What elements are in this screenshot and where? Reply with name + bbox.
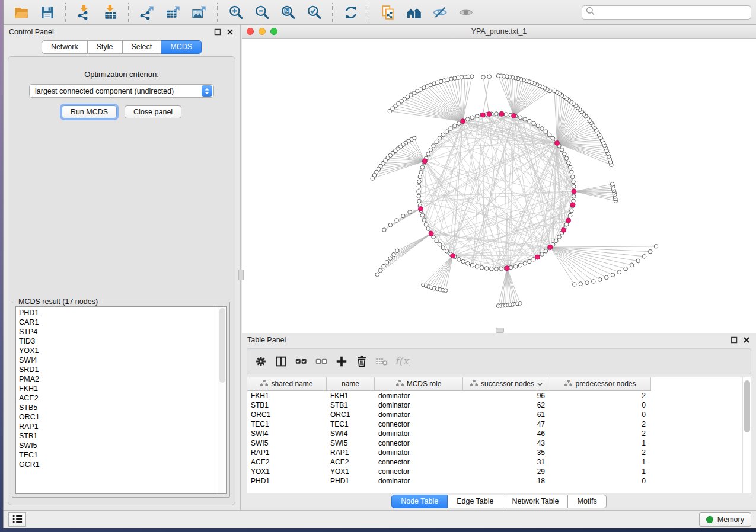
tab-network[interactable]: Network [42, 40, 88, 54]
table-row[interactable]: RAP1RAP1dominator352 [247, 448, 742, 457]
search-input[interactable] [598, 8, 747, 17]
tab-edge-table[interactable]: Edge Table [448, 495, 503, 508]
float-panel-icon[interactable] [213, 28, 222, 36]
delete-column-icon[interactable] [352, 351, 372, 371]
list-item[interactable]: SRD1 [16, 365, 218, 374]
cell-mcds_role: connector [375, 467, 463, 476]
list-item[interactable]: TID3 [16, 336, 218, 346]
list-item[interactable]: GCR1 [16, 460, 218, 469]
zoom-selected-icon[interactable] [304, 2, 325, 23]
table-row[interactable]: ACE2ACE2connector311 [247, 457, 742, 467]
column-header-successor-nodes[interactable]: successor nodes [463, 377, 550, 390]
column-label: MCDS role [407, 380, 442, 388]
vertical-splitter-handle[interactable] [238, 270, 244, 280]
optimization-criterion-label: Optimization criterion: [8, 70, 235, 79]
tab-mcds[interactable]: MCDS [161, 40, 202, 54]
list-item[interactable]: STB1 [16, 431, 218, 441]
log-console-button[interactable] [8, 512, 26, 527]
criterion-dropdown[interactable]: largest connected component (undirected) [29, 84, 214, 98]
table-row[interactable]: ORC1ORC1dominator610 [247, 410, 742, 419]
table-row[interactable]: FKH1FKH1dominator962 [247, 391, 742, 400]
show-all-icon[interactable] [455, 2, 477, 23]
cell-successor_nodes: 47 [463, 420, 550, 428]
list-item[interactable]: SWI5 [16, 441, 218, 450]
run-mcds-button[interactable]: Run MCDS [62, 105, 117, 118]
float-table-panel-icon[interactable] [730, 336, 738, 344]
import-network-icon[interactable] [74, 2, 95, 23]
list-menu-icon [11, 514, 23, 526]
table-row[interactable]: SWI5SWI5connector431 [247, 438, 742, 448]
table-row[interactable]: SWI4SWI4dominator462 [247, 429, 742, 438]
horizontal-splitter-handle[interactable] [496, 328, 504, 333]
memory-button[interactable]: Memory [699, 512, 751, 527]
zoom-out-icon[interactable] [251, 2, 273, 23]
column-label: predecessor nodes [575, 380, 636, 388]
import-table-icon[interactable] [100, 2, 121, 23]
list-item[interactable]: SWI4 [16, 355, 218, 365]
table-scrollbar[interactable] [742, 377, 751, 493]
duplicate-network-icon[interactable] [377, 2, 398, 23]
column-header-shared-name[interactable]: shared name [247, 377, 327, 390]
list-item[interactable]: YOX1 [16, 346, 218, 355]
list-item[interactable]: RAP1 [16, 422, 218, 431]
cell-successor_nodes: 35 [463, 448, 550, 457]
select-all-icon[interactable] [291, 351, 311, 371]
settings-gear-icon[interactable] [251, 351, 271, 371]
open-session-icon[interactable] [11, 2, 32, 23]
zoom-in-icon[interactable] [225, 2, 247, 23]
table-row[interactable]: TEC1TEC1connector472 [247, 419, 742, 429]
first-neighbors-icon[interactable] [403, 2, 425, 23]
export-image-icon[interactable] [189, 2, 210, 23]
network-canvas[interactable] [242, 39, 756, 333]
criterion-value: largest connected component (undirected) [35, 87, 202, 95]
main-toolbar [4, 0, 756, 25]
network-view-window: YPA_prune.txt_1 [242, 25, 756, 333]
search-field[interactable] [582, 5, 751, 20]
close-panel-button[interactable]: Close panel [125, 105, 181, 118]
export-network-icon[interactable] [136, 2, 158, 23]
export-table-icon[interactable] [162, 2, 184, 23]
cell-successor_nodes: 29 [463, 467, 550, 476]
mcds-result-list[interactable]: PHD1CAR1STP4TID3YOX1SWI4SRD1PMA2FKH1ACE2… [15, 306, 227, 494]
column-type-icon [564, 380, 572, 389]
list-item[interactable]: STP4 [16, 327, 218, 336]
table-row[interactable]: PHD1PHD1dominator180 [247, 476, 742, 486]
list-item[interactable]: STB5 [16, 403, 218, 412]
column-header-predecessor-nodes[interactable]: predecessor nodes [550, 377, 651, 390]
cell-mcds_role: connector [375, 420, 463, 428]
table-row[interactable]: YOX1YOX1connector291 [247, 467, 742, 476]
cell-predecessor_nodes: 0 [550, 401, 651, 409]
column-type-icon [260, 380, 268, 389]
zoom-window-icon[interactable] [270, 28, 277, 35]
tab-motifs[interactable]: Motifs [568, 495, 606, 508]
minimize-window-icon[interactable] [259, 28, 266, 35]
cell-predecessor_nodes: 1 [550, 439, 651, 447]
tab-network-table[interactable]: Network Table [503, 495, 569, 508]
add-column-icon[interactable] [331, 351, 352, 371]
cell-name: YOX1 [327, 467, 375, 476]
result-list-scrollbar[interactable] [218, 307, 226, 493]
deselect-all-icon[interactable] [311, 351, 331, 371]
close-table-panel-icon[interactable] [742, 336, 751, 344]
network-graph[interactable] [242, 39, 756, 333]
tab-select[interactable]: Select [123, 40, 162, 54]
list-item[interactable]: FKH1 [16, 384, 218, 393]
list-item[interactable]: CAR1 [16, 318, 218, 327]
close-panel-icon[interactable] [226, 28, 234, 36]
column-header-mcds-role[interactable]: MCDS role [375, 377, 463, 390]
zoom-fit-icon[interactable] [277, 2, 299, 23]
table-row[interactable]: STB1STB1dominator620 [247, 400, 742, 410]
list-item[interactable]: PHD1 [16, 308, 218, 318]
list-item[interactable]: ORC1 [16, 412, 218, 422]
split-panel-icon[interactable] [271, 351, 291, 371]
list-item[interactable]: PMA2 [16, 374, 218, 384]
list-item[interactable]: TEC1 [16, 450, 218, 460]
hide-selected-icon[interactable] [429, 2, 451, 23]
close-window-icon[interactable] [247, 28, 254, 35]
save-session-icon[interactable] [37, 2, 58, 23]
tab-node-table[interactable]: Node Table [391, 495, 448, 508]
refresh-icon[interactable] [340, 2, 362, 23]
list-item[interactable]: ACE2 [16, 393, 218, 403]
tab-style[interactable]: Style [88, 40, 123, 54]
column-header-name[interactable]: name [327, 377, 375, 390]
